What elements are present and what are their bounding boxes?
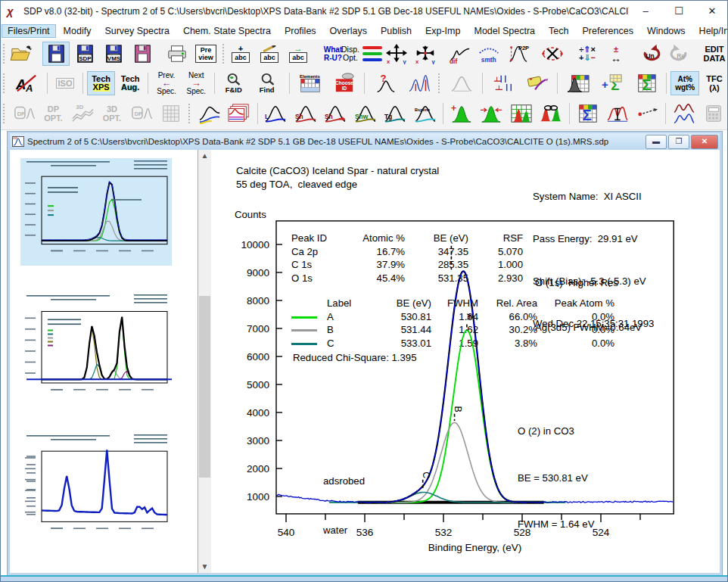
dp-table-button[interactable] [157,101,185,126]
peak-to-peak-button[interactable]: P2P [504,42,531,66]
scroll-down-icon[interactable]: ▼ [198,561,211,573]
find-button[interactable]: Find [253,71,285,95]
choose-id-button[interactable]: ChooseID [328,71,360,95]
link-peaks-button[interactable] [537,101,565,126]
child-close-button[interactable]: ✕ [691,135,718,149]
compare-peaks-button[interactable] [670,101,698,126]
overlay-curves-button[interactable] [195,101,223,126]
menu-help-info[interactable]: Help/Info [693,24,728,38]
add-sum-button[interactable]: +Σ [596,71,628,95]
print-button[interactable] [163,42,191,66]
shirley-wide-button[interactable]: Shw [351,101,379,126]
tech-xps-button[interactable]: TechXPS [87,71,115,95]
tfc-lambda-button[interactable]: TFC(λ) [701,71,728,95]
display-options-button[interactable]: Disp.Opt. [348,42,375,66]
annotation-move-button[interactable]: →abc [285,42,312,66]
fit-sum-table-button[interactable]: Σ [574,101,602,126]
menu-chem-state-spectra[interactable]: Chem. State Spectra [177,24,277,38]
child-title-bar[interactable]: Spectrum 2 of 5 C:\Users\bvcri\Desktop\X… [10,133,720,150]
shirley-adjust-button[interactable]: Sh [321,101,349,126]
stretch-axis-button[interactable]: ±↔ [602,42,630,66]
adsorbed-water-annotation: adsrobed water [323,440,365,571]
prev-spectrum-button[interactable]: Prev.←Spec. [152,71,180,95]
save-color-button[interactable] [129,42,156,66]
sum-table-button[interactable]: Σ [630,71,662,95]
close-button[interactable]: ✕ [695,2,728,21]
redo-button[interactable]: Re [666,42,693,66]
peak-width-button[interactable] [478,101,506,126]
threed-button[interactable]: 3D [68,101,96,126]
save-button[interactable] [42,42,70,66]
menu-survey-spectra[interactable]: Survey Spectra [98,24,175,38]
save-vms-button[interactable]: VMS [100,42,127,66]
peak-id-row-cell: 347.35 [405,246,468,257]
bspline-button[interactable]: Bspline [411,101,439,126]
loss-function-button[interactable]: L [262,101,290,126]
expand-xy-button[interactable]: xy [383,42,410,66]
area-measure-button[interactable] [603,101,631,126]
child-minimize-button[interactable]: ▬ [646,135,667,149]
undo-button[interactable]: Un [637,42,664,66]
menu-files-print[interactable]: Files/Print [2,24,56,38]
menu-windows[interactable]: Windows [641,24,692,38]
menu-publish[interactable]: Publish [375,24,418,38]
annotation-add-button[interactable]: +abc [227,42,254,66]
dp-button[interactable]: DP [10,101,38,126]
peak-id-row-cell: C 1s [291,259,338,270]
tech-aug-button[interactable]: TechAug. [117,71,145,95]
point-shift-button[interactable] [633,101,661,126]
print-preview-button[interactable]: Preview [192,42,219,66]
iso-button[interactable]: ISO [51,71,79,95]
shirley-button[interactable]: Sh [291,101,319,126]
find-id-button[interactable]: F&ID [219,71,251,95]
save-sdp-button[interactable]: SDP [71,42,98,66]
child-restore-button[interactable]: ❐ [668,135,689,149]
fonts-button[interactable]: AA [11,71,43,95]
minimize-button[interactable]: – [629,2,662,21]
add-peak-button[interactable]: + [447,101,475,126]
menu-model-spectra[interactable]: Model Spectra [468,24,541,38]
scroll-up-icon[interactable]: ▲ [198,150,211,162]
menu-tech[interactable]: Tech [543,24,574,38]
quant-table-button[interactable] [562,71,594,95]
tougaard-button[interactable]: Tg [381,101,409,126]
fit-row-cell: A [327,311,366,322]
fit-row-cell: 30.2% [478,324,537,335]
dp-options-button[interactable]: DPOPT. [39,101,67,126]
math-operations-button[interactable]: ÷⇑×+⇓− [574,42,601,66]
delete-points-button[interactable] [539,42,566,66]
survey-peak-button[interactable] [446,71,478,95]
peak-query-button[interactable]: ? [369,71,401,95]
elements-button[interactable]: Elements [294,71,326,95]
compress-xy-button[interactable]: xy [412,42,439,66]
menu-exp-imp[interactable]: Exp-Imp [419,24,467,38]
open-file-button[interactable] [8,42,35,66]
spectrum-survey-thumbnail[interactable] [20,432,172,544]
smooth-button[interactable]: smth [475,42,502,66]
atomic-weight-percent-button[interactable]: At%wgt% [670,71,699,95]
peak-markers-button[interactable] [487,71,519,95]
annotation-edit-button[interactable]: abc [256,42,283,66]
spectrum-c1s-fit-thumbnail[interactable] [20,292,172,406]
differentiate-button[interactable]: dif [446,42,474,66]
next-spectrum-button[interactable]: Next→Spec. [182,71,210,95]
calculator-button[interactable] [700,101,728,126]
peak-table-button[interactable] [507,101,535,126]
menu-profiles[interactable]: Profiles [278,24,322,38]
spectrum-o1s-fit-thumbnail[interactable] [20,158,172,266]
sidebar-scrollbar[interactable]: ▲ ▼ [198,150,211,573]
threed-options-button[interactable]: 3DOPT. [98,101,126,126]
toolbar-separator [666,73,667,94]
overlay-stack-button[interactable] [225,101,253,126]
toolbar-grip [3,44,5,64]
menu-overlays[interactable]: Overlays [324,24,373,38]
dp-raw-button[interactable]: DP [127,101,155,126]
edit-data-button[interactable]: EDITDATA [701,42,728,66]
label-tag-button[interactable] [521,71,553,95]
maximize-button[interactable]: ☐ [662,2,695,21]
scrollbar-thumb[interactable] [199,296,210,478]
peak-lines-button[interactable] [403,71,435,95]
fit-row-cell: 531.44 [366,324,431,335]
menu-preferences[interactable]: Preferences [576,24,639,38]
menu-modify[interactable]: Modify [58,24,98,38]
